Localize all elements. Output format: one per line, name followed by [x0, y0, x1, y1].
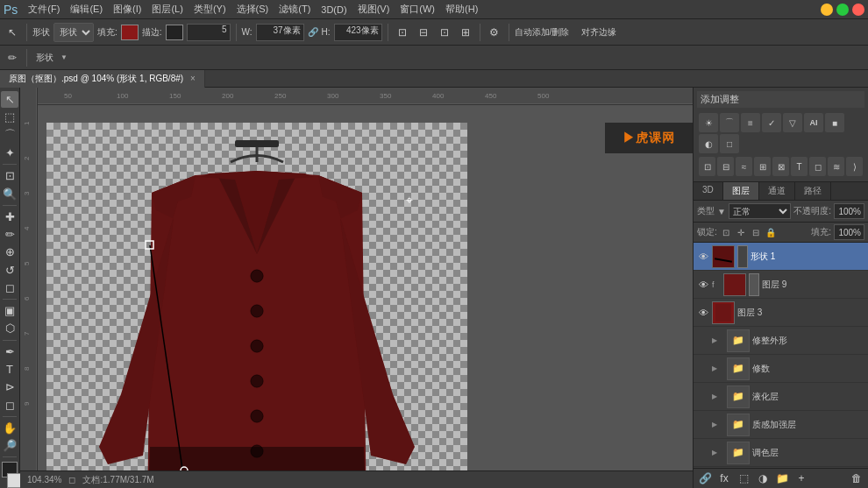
add-mask-btn[interactable]: ⬚ [736, 470, 751, 486]
align-left-icon[interactable]: ⊡ [394, 24, 411, 41]
text-tool[interactable]: T [1, 361, 18, 378]
adj-hue-icon[interactable]: AI [804, 113, 823, 132]
layer-group-expand[interactable]: ▶ [712, 364, 724, 372]
clone-stamp-tool[interactable]: ⊕ [1, 244, 18, 260]
blur-tool[interactable]: ⬡ [1, 320, 18, 336]
adj-exposure-icon[interactable]: ✓ [762, 113, 781, 132]
canvas-area[interactable]: 50 100 150 200 250 300 350 400 450 500 1… [20, 88, 693, 488]
blend-mode-select[interactable]: 正常 [729, 203, 791, 219]
adj-colorbalance-icon[interactable]: ■ [825, 113, 844, 132]
menu-filter[interactable]: 滤镜(T) [274, 1, 316, 18]
adj-channelmixer-icon[interactable]: ⊡ [699, 157, 715, 176]
magic-wand-tool[interactable]: ✦ [1, 145, 18, 161]
new-group-btn[interactable]: 📁 [774, 470, 790, 486]
menu-type[interactable]: 类型(Y) [189, 1, 231, 18]
layer-visibility-toggle[interactable]: 👁 [697, 391, 709, 403]
distribute-icon[interactable]: ⊞ [457, 24, 474, 41]
layer-item[interactable]: 👁 图层 3 [694, 299, 868, 327]
adj-posterize-icon[interactable]: ⊞ [754, 157, 771, 176]
tab-paths[interactable]: 路径 [795, 182, 831, 200]
lock-artboard-icon[interactable]: ⊟ [750, 226, 762, 238]
layer-item[interactable]: 👁 ▶ 📁 修整外形 [694, 327, 868, 355]
tool-type-select[interactable]: 形状 路径 像素 [53, 23, 94, 42]
layer-item[interactable]: 👁 ▶ 📁 调色层 [694, 439, 868, 467]
path-select-tool[interactable]: ⊳ [1, 378, 18, 395]
adj-threshold-icon[interactable]: ⊠ [772, 157, 789, 176]
layer-visibility-toggle[interactable]: 👁 [697, 279, 709, 291]
layer-visibility-toggle[interactable]: 👁 [697, 251, 709, 263]
opacity-value[interactable]: 100% [834, 203, 864, 219]
layer-item[interactable]: 👁 ▶ 📁 液化层 [694, 383, 868, 411]
stroke-size-input[interactable]: 5 [187, 24, 231, 41]
menu-view[interactable]: 视图(V) [352, 1, 395, 18]
align-right-icon[interactable]: ⊡ [436, 24, 453, 41]
layer-group-expand[interactable]: ▶ [712, 421, 724, 428]
tab-close-btn[interactable]: × [190, 74, 196, 83]
tool-icon-pen[interactable]: ✏ [4, 49, 21, 67]
document-tab[interactable]: 原图（抠图）.psd @ 104% (形状 1, RGB/8#) × [0, 70, 205, 88]
layer-item[interactable]: 👁 形状 1 [694, 243, 868, 271]
gradient-tool[interactable]: ▣ [1, 302, 18, 319]
pen-tool[interactable]: ✒ [1, 343, 18, 360]
layer-visibility-toggle[interactable]: 👁 [697, 307, 709, 319]
adj-vibrance-icon[interactable]: ▽ [783, 113, 802, 132]
menu-3d[interactable]: 3D(D) [316, 3, 352, 17]
layer-item[interactable]: 👁 ▶ 📁 质感加强层 [694, 411, 868, 439]
canvas-container[interactable]: ▶虎课网 ⌖ [38, 105, 693, 470]
layer-group-expand[interactable]: ▶ [712, 449, 724, 456]
adj-gradient-icon[interactable]: T [791, 157, 808, 176]
adj-brightness-icon[interactable]: ☀ [699, 113, 718, 132]
crop-tool[interactable]: ⊡ [1, 167, 18, 184]
tab-layers[interactable]: 图层 [723, 182, 759, 200]
fill-value[interactable]: 100% [834, 224, 864, 240]
layer-visibility-toggle[interactable]: 👁 [697, 335, 709, 347]
new-layer-btn[interactable]: + [793, 470, 809, 486]
add-style-btn[interactable]: fx [716, 470, 732, 486]
menu-help[interactable]: 帮助(H) [440, 1, 483, 18]
layer-visibility-toggle[interactable]: 👁 [697, 363, 709, 375]
menu-window[interactable]: 窗口(W) [395, 1, 440, 18]
adj-levels-icon[interactable]: ≡ [741, 113, 760, 132]
adj-more-icon[interactable]: ⟩ [846, 157, 863, 176]
adj-shadow-icon[interactable]: ≋ [828, 157, 844, 176]
menu-layer[interactable]: 图层(L) [146, 1, 188, 18]
lock-move-icon[interactable]: ✛ [735, 226, 747, 238]
adj-photo-icon[interactable]: □ [720, 134, 739, 153]
tab-channels[interactable]: 通道 [759, 182, 795, 200]
layer-item[interactable]: 👁 f 图层 9 [694, 271, 868, 299]
tab-3d[interactable]: 3D [694, 182, 723, 200]
settings-gear-icon[interactable]: ⚙ [486, 24, 503, 41]
lock-all-icon[interactable]: 🔒 [765, 226, 777, 238]
move-tool[interactable]: ↖ [1, 91, 18, 108]
menu-edit[interactable]: 编辑(E) [65, 1, 108, 18]
fill-color-swatch[interactable] [121, 25, 139, 40]
menu-file[interactable]: 文件(F) [23, 1, 65, 18]
layer-group-expand[interactable]: ▶ [712, 336, 724, 344]
delete-layer-btn[interactable]: 🗑 [849, 470, 864, 486]
adj-invert-icon[interactable]: ≈ [736, 157, 752, 176]
eyedropper-tool[interactable]: 🔍 [1, 185, 18, 202]
menu-image[interactable]: 图像(I) [108, 1, 146, 18]
new-adjustment-btn[interactable]: ◑ [755, 470, 771, 486]
layer-item[interactable]: 👁 ▶ 📁 修数 [694, 355, 868, 383]
lasso-tool[interactable]: ⌒ [1, 127, 18, 144]
history-brush-tool[interactable]: ↺ [1, 261, 18, 278]
adj-curves-icon[interactable]: ⌒ [720, 113, 739, 132]
align-center-icon[interactable]: ⊟ [415, 24, 432, 41]
adj-colorlookup-icon[interactable]: ⊟ [717, 157, 734, 176]
layer-visibility-toggle[interactable]: 👁 [697, 419, 709, 431]
width-input[interactable]: 37像素 [256, 24, 304, 41]
layer-visibility-toggle[interactable]: 👁 [697, 447, 709, 459]
lock-checkered-icon[interactable]: ⊡ [720, 226, 732, 238]
stroke-color-swatch[interactable] [166, 25, 183, 40]
layer-group-expand[interactable]: ▶ [712, 393, 724, 400]
spot-heal-tool[interactable]: ✚ [1, 209, 18, 225]
hand-tool[interactable]: ✋ [1, 420, 18, 436]
menu-select[interactable]: 选择(S) [231, 1, 274, 18]
link-layers-btn[interactable]: 🔗 [697, 470, 713, 486]
adj-bw-icon[interactable]: ◐ [699, 134, 718, 153]
zoom-tool[interactable]: 🔎 [1, 437, 18, 454]
shape-tool[interactable]: ◻ [1, 396, 18, 413]
marquee-tool[interactable]: ⬚ [1, 109, 18, 125]
brush-tool[interactable]: ✏ [1, 226, 18, 243]
